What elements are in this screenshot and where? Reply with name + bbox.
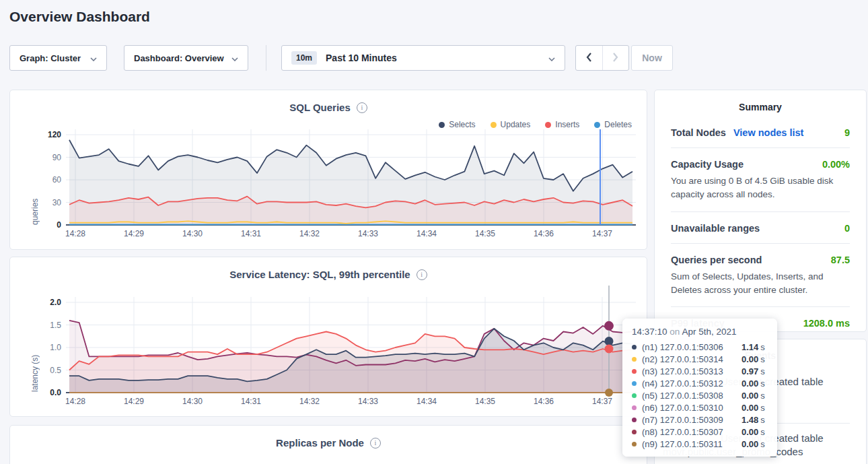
svg-text:0.5: 0.5 bbox=[50, 366, 61, 375]
svg-text:2.0: 2.0 bbox=[50, 298, 61, 307]
p99-latency-value: 1208.0 ms bbox=[803, 318, 850, 329]
node-color-dot bbox=[632, 345, 637, 350]
svg-text:14:32: 14:32 bbox=[299, 397, 320, 406]
svg-text:14:33: 14:33 bbox=[358, 397, 378, 406]
node-color-dot bbox=[632, 369, 637, 374]
svg-text:14:32: 14:32 bbox=[299, 229, 320, 238]
unavailable-ranges-value: 0 bbox=[844, 223, 850, 234]
overview-dashboard-page: Overview Dashboard Graph: Cluster Dashbo… bbox=[0, 0, 868, 464]
svg-text:14:28: 14:28 bbox=[65, 397, 85, 406]
replicas-per-node-card: Replicas per Node i bbox=[9, 425, 647, 464]
svg-text:14:37: 14:37 bbox=[592, 229, 612, 238]
tooltip-node-row: (n9) 127.0.0.1:503110.00s bbox=[632, 438, 768, 450]
node-color-dot bbox=[632, 418, 637, 422]
capacity-usage-value: 0.00% bbox=[822, 159, 850, 170]
service-latency-card: Service Latency: SQL, 99th percentile i … bbox=[9, 257, 647, 417]
node-color-dot bbox=[632, 405, 637, 410]
summary-row-total-nodes: Total Nodes View nodes list 9 bbox=[671, 117, 850, 147]
svg-text:14:37: 14:37 bbox=[592, 397, 612, 406]
capacity-usage-subtext: You are using 0 B of 4.5 GiB usable disk… bbox=[671, 174, 850, 202]
chart-hover-tooltip: 14:37:10 on Apr 5th, 2021 (n1) 127.0.0.1… bbox=[622, 319, 777, 457]
tooltip-node-row: (n2) 127.0.0.1:503140.00s bbox=[632, 353, 768, 365]
dashboard-dropdown-label: Dashboard: Overview bbox=[134, 53, 224, 63]
time-range-label: Past 10 Minutes bbox=[326, 53, 548, 63]
svg-text:14:28: 14:28 bbox=[65, 229, 85, 238]
summary-row-qps: Queries per second 87.5 Sum of Selects, … bbox=[671, 243, 850, 307]
time-range-badge: 10m bbox=[291, 51, 317, 65]
svg-text:14:36: 14:36 bbox=[534, 397, 554, 406]
node-color-dot bbox=[632, 430, 637, 434]
svg-text:14:31: 14:31 bbox=[241, 229, 261, 238]
summary-panel: Summary Total Nodes View nodes list 9 Ca… bbox=[654, 90, 867, 332]
sql-queries-chart[interactable]: 14:2814:2914:3014:3114:3214:3314:3414:35… bbox=[10, 90, 648, 251]
tooltip-node-row: (n1) 127.0.0.1:503061.14s bbox=[632, 341, 768, 353]
node-color-dot bbox=[632, 357, 637, 362]
page-title: Overview Dashboard bbox=[9, 9, 150, 25]
svg-text:30: 30 bbox=[52, 198, 62, 207]
svg-text:14:34: 14:34 bbox=[417, 229, 437, 238]
svg-text:14:29: 14:29 bbox=[124, 397, 144, 406]
svg-text:14:31: 14:31 bbox=[241, 397, 261, 406]
summary-row-capacity: Capacity Usage 0.00% You are using 0 B o… bbox=[671, 147, 850, 211]
summary-row-unavailable-ranges: Unavailable ranges 0 bbox=[671, 211, 850, 243]
node-color-dot bbox=[632, 393, 637, 398]
sql-queries-card: SQL Queries i Selects Updates Inserts De… bbox=[9, 90, 647, 250]
svg-text:14:35: 14:35 bbox=[475, 397, 495, 406]
tooltip-node-row: (n7) 127.0.0.1:503091.48s bbox=[632, 413, 768, 426]
chevron-down-icon bbox=[90, 53, 97, 63]
svg-text:14:29: 14:29 bbox=[124, 229, 144, 238]
time-step-buttons bbox=[575, 45, 629, 71]
chevron-down-icon bbox=[231, 53, 238, 63]
svg-text:120: 120 bbox=[48, 130, 61, 139]
svg-text:60: 60 bbox=[52, 175, 62, 185]
node-color-dot bbox=[632, 442, 637, 446]
svg-text:90: 90 bbox=[52, 153, 62, 162]
chevron-down-icon bbox=[548, 53, 555, 63]
tooltip-node-row: (n4) 127.0.0.1:503120.00s bbox=[632, 377, 768, 389]
tooltip-timestamp: 14:37:10 on Apr 5th, 2021 bbox=[632, 327, 768, 337]
dashboard-dropdown[interactable]: Dashboard: Overview bbox=[124, 45, 248, 71]
tooltip-node-row: (n3) 127.0.0.1:503130.97s bbox=[632, 365, 768, 377]
chevron-right-icon bbox=[612, 53, 618, 64]
total-nodes-value: 9 bbox=[844, 127, 850, 138]
service-latency-chart[interactable]: 14:2814:2914:3014:3114:3214:3314:3414:35… bbox=[10, 257, 648, 418]
tooltip-node-row: (n8) 127.0.0.1:503070.00s bbox=[632, 426, 768, 438]
prev-range-button[interactable] bbox=[576, 46, 602, 70]
qps-value: 87.5 bbox=[831, 255, 850, 265]
graph-dropdown[interactable]: Graph: Cluster bbox=[9, 45, 107, 71]
node-color-dot bbox=[632, 381, 637, 386]
summary-title: Summary bbox=[671, 90, 850, 117]
svg-text:14:30: 14:30 bbox=[182, 397, 203, 406]
svg-text:1.5: 1.5 bbox=[50, 321, 61, 330]
next-range-button[interactable] bbox=[602, 46, 628, 70]
svg-text:0.0: 0.0 bbox=[50, 388, 61, 397]
info-icon[interactable]: i bbox=[370, 438, 381, 449]
svg-text:14:36: 14:36 bbox=[534, 229, 554, 238]
tooltip-node-row: (n5) 127.0.0.1:503080.00s bbox=[632, 389, 768, 401]
svg-text:1.0: 1.0 bbox=[50, 343, 61, 352]
time-range-dropdown[interactable]: 10m Past 10 Minutes bbox=[281, 45, 565, 71]
tooltip-node-row: (n6) 127.0.0.1:503100.00s bbox=[632, 401, 768, 413]
svg-text:14:35: 14:35 bbox=[475, 229, 495, 238]
svg-text:14:33: 14:33 bbox=[358, 229, 378, 238]
svg-text:14:34: 14:34 bbox=[417, 397, 437, 406]
chevron-left-icon bbox=[586, 53, 592, 64]
view-nodes-list-link[interactable]: View nodes list bbox=[733, 127, 804, 138]
graph-dropdown-label: Graph: Cluster bbox=[20, 53, 81, 63]
qps-subtext: Sum of Selects, Updates, Inserts, and De… bbox=[671, 270, 850, 298]
toolbar-divider bbox=[266, 45, 266, 71]
svg-text:0: 0 bbox=[57, 220, 61, 230]
svg-text:14:30: 14:30 bbox=[182, 229, 203, 238]
now-button[interactable]: Now bbox=[631, 45, 673, 71]
replicas-chart-title: Replicas per Node bbox=[276, 437, 364, 449]
